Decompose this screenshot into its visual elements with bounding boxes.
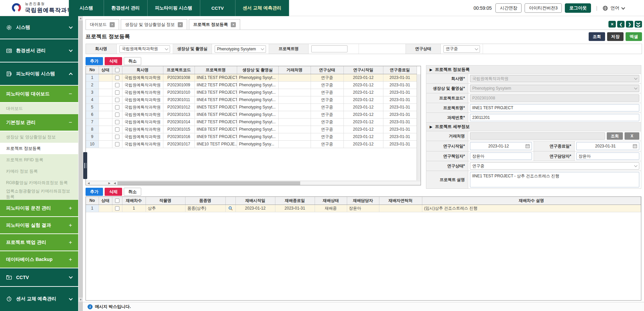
sidebar-root-item[interactable]: CCTV <box>0 268 78 287</box>
cancel-button[interactable]: 취소 <box>124 188 141 196</box>
sidebar-scrollbar[interactable]: ▲ ▼ <box>78 16 83 311</box>
sidebar-group-item[interactable]: 피노타이핑 운전 관리+ <box>0 200 78 217</box>
sidebar-group-item[interactable]: 피노타이핑 대쉬보드− <box>0 86 78 103</box>
column-header[interactable] <box>225 197 235 205</box>
row-checkbox[interactable] <box>115 135 119 139</box>
column-header[interactable]: 거래처명 <box>278 66 311 74</box>
project-grid-hscrollbar[interactable]: ◀ ▶ ◀ <box>86 181 421 185</box>
variety-search-icon[interactable] <box>228 206 233 211</box>
sidebar-sub-item[interactable]: 엽록소형광촬영실 카메라좌표정보 등록 <box>0 188 78 200</box>
calendar-icon[interactable] <box>525 144 530 148</box>
project-name-detail-input[interactable] <box>470 104 639 112</box>
row-checkbox[interactable] <box>115 142 119 146</box>
column-header[interactable]: 재배차수 설명 <box>422 197 641 205</box>
scroll-up-arrow[interactable]: ▲ <box>78 16 83 20</box>
table-row[interactable]: 5국립원예특작과학원P202301012lINE5 TEST PROJECTPh… <box>86 103 417 111</box>
sidebar-root-item[interactable]: 센서 교체 예측관리 <box>0 287 78 311</box>
action-button-3[interactable]: 엑셀 <box>626 32 642 41</box>
table-row[interactable]: 6국립원예특작과학원P202301013lINE6 TEST PROJECTPh… <box>86 111 417 118</box>
research-lead-input[interactable] <box>470 152 532 160</box>
delete-button[interactable]: 삭제 <box>105 57 122 65</box>
project-description-textarea[interactable]: lINE1 TEST PROJECT - 상추 건조스트레스 진행 <box>470 172 639 187</box>
sidebar-sub-item[interactable]: 생장상 및 영상촬영실 정보 <box>0 131 78 143</box>
row-checkbox[interactable] <box>115 105 119 109</box>
column-header[interactable]: 상태 <box>99 197 112 205</box>
table-row[interactable]: 4국립원예특작과학원P202301011lINE4 TEST PROJECTPh… <box>86 96 417 103</box>
nav-item-4[interactable]: CCTV <box>200 0 235 16</box>
column-header[interactable]: 작물명 <box>146 197 185 205</box>
delete-button[interactable]: 삭제 <box>105 188 122 196</box>
table-row[interactable]: 9국립원예특작과학원P202301016lINE9 TEST PROJECTPh… <box>86 133 417 140</box>
tab-close-icon[interactable]: × <box>110 22 115 27</box>
variety-search-cell[interactable] <box>225 205 235 212</box>
tab-1[interactable]: 대쉬보드× <box>86 19 119 30</box>
scroll-down-arrow[interactable]: ▼ <box>78 298 83 302</box>
table-row[interactable]: 7국립원예특작과학원P202301014lINE7 TEST PROJECTPh… <box>86 118 417 126</box>
next-tab-button[interactable]: ❯ <box>626 21 633 28</box>
cancel-button[interactable]: 취소 <box>124 57 141 65</box>
client-clear-button[interactable]: X <box>625 132 639 140</box>
prev-tab-button[interactable]: ❮ <box>617 21 625 28</box>
nav-item-2[interactable]: 환경센서 관리 <box>104 0 148 16</box>
hscroll-right-arrow[interactable]: ▶ <box>107 182 112 185</box>
row-checkbox[interactable] <box>115 120 119 124</box>
row-checkbox[interactable] <box>115 113 119 117</box>
tab-list-button[interactable]: ❯❯ <box>635 21 642 28</box>
column-header[interactable]: No <box>86 197 99 205</box>
logout-button[interactable]: 로그아웃 <box>565 3 591 13</box>
column-header[interactable]: 생장상 및 촬영실 <box>237 66 278 74</box>
nav-item-1[interactable]: 시스템 <box>69 0 104 16</box>
status-select[interactable]: 연구중 <box>443 45 480 53</box>
sidebar-group-item[interactable]: 프로젝트 백업 관리+ <box>0 234 78 251</box>
hscroll-thumb[interactable] <box>117 181 300 185</box>
research-end-date[interactable]: 2023-01-31 <box>576 142 639 150</box>
column-header[interactable]: 프로젝트명 <box>195 66 237 74</box>
nav-item-5[interactable]: 센서 교체 예측관리 <box>235 0 289 16</box>
task-number-input[interactable] <box>470 114 639 121</box>
table-row[interactable]: 1국립원예특작과학원P202301008lINE1 TEST PROJECTPh… <box>86 74 417 81</box>
table-row[interactable]: 2국립원예특작과학원P202301009lINE2 TEST PROJECTPh… <box>86 81 417 89</box>
sidebar-sub-item-active[interactable]: 프로젝트 정보등록 <box>0 143 78 154</box>
row-checkbox[interactable] <box>115 90 119 95</box>
hscroll-left-arrow[interactable]: ◀ <box>86 182 91 185</box>
row-checkbox[interactable] <box>115 127 119 132</box>
column-header[interactable]: 재배차수 <box>122 197 146 205</box>
sidebar-root-item[interactable]: 환경센서 관리 <box>0 39 78 62</box>
select-all-checkbox[interactable] <box>115 68 119 72</box>
hscroll-left-arrow2[interactable]: ◀ <box>112 182 117 185</box>
sidebar-sub-item[interactable]: 카메라 정보 등록 <box>0 166 78 177</box>
tab-3[interactable]: 프로젝트 정보등록× <box>189 19 240 30</box>
row-checkbox[interactable] <box>115 76 119 80</box>
tab-close-icon[interactable]: × <box>178 22 183 27</box>
sidebar-sub-item[interactable]: 프로젝트 RFID 등록 <box>0 154 78 166</box>
column-header[interactable]: 재배상태 <box>315 197 347 205</box>
add-button[interactable]: 추가 <box>86 57 103 65</box>
action-button-2[interactable]: 저장 <box>607 32 624 41</box>
sidebar-sub-item[interactable]: 대쉬보드 <box>0 103 78 114</box>
panel-splitter-handle[interactable] <box>83 152 87 179</box>
user-button[interactable]: 아이티컨버전3 <box>525 3 562 13</box>
table-row[interactable]: 10국립원예특작과학원P202301017lINE10 TEST PROJE..… <box>86 140 417 148</box>
action-button-1[interactable]: 조회 <box>589 32 605 41</box>
column-header[interactable]: 회사명 <box>122 66 163 74</box>
company-detail-select[interactable]: 국립원예특작과학원 <box>470 75 639 82</box>
column-header[interactable] <box>112 66 122 74</box>
table-row[interactable]: 3국립원예특작과학원P202301010lINE3 TEST PROJECTPh… <box>86 89 417 96</box>
add-button[interactable]: 추가 <box>86 188 103 196</box>
nav-item-3[interactable]: 피노타이핑 시스템 <box>148 0 200 16</box>
sidebar-group-item[interactable]: 기본정보 관리− <box>0 114 78 131</box>
column-header[interactable]: 연구시작일 <box>343 66 383 74</box>
client-search-button[interactable]: 조회 <box>607 132 623 140</box>
research-state-select[interactable]: 연구중 <box>470 162 639 170</box>
column-header[interactable]: No <box>86 66 99 74</box>
sidebar-group-item[interactable]: 피노타이핑 실험 결과+ <box>0 217 78 234</box>
column-header[interactable]: 품종명 <box>185 197 225 205</box>
select-all-checkbox[interactable] <box>115 198 119 203</box>
sidebar-group-item[interactable]: 데이타베이스 Backup+ <box>0 251 78 268</box>
sidebar-root-item[interactable]: 피노타이핑 시스템 <box>0 62 78 86</box>
sidebar-root-item[interactable]: 시스템 <box>0 16 78 39</box>
research-manager-input[interactable] <box>576 152 639 160</box>
extend-time-button[interactable]: 시간연장 <box>495 3 522 13</box>
column-header[interactable]: 재배자연락처 <box>379 197 422 205</box>
column-header[interactable]: 연구상태 <box>311 66 343 74</box>
